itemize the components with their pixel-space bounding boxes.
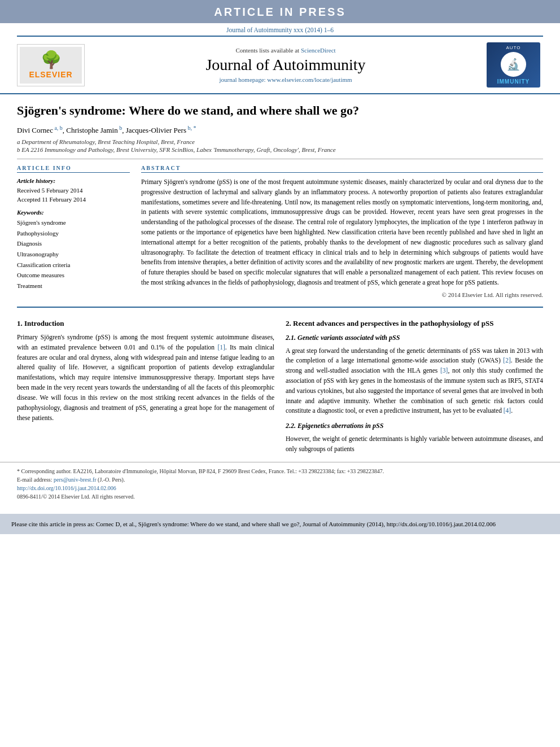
keyword-6: Outcome measures	[17, 270, 130, 281]
homepage-label: journal homepage:	[219, 76, 265, 83]
body-divider	[17, 307, 543, 308]
section1-heading: 1. Introduction	[17, 318, 274, 329]
affiliation-a: a Department of Rheumatology, Brest Teac…	[17, 138, 543, 145]
author-cornec-sup: a, b	[53, 125, 63, 131]
abstract-label: ABSTRACT	[141, 165, 543, 173]
keyword-1: Sjögren's syndrome	[17, 217, 130, 228]
journal-ref: Journal of Autoimmunity xxx (2014) 1–6	[0, 23, 560, 36]
aip-banner-text: ARTICLE IN PRESS	[214, 6, 346, 18]
citation-bar-text: Please cite this article in press as: Co…	[11, 519, 549, 529]
author-pers: Jacques-Olivier Pers	[126, 126, 186, 134]
aip-banner: ARTICLE IN PRESS	[0, 0, 560, 23]
tree-icon: 🌳	[41, 51, 62, 68]
divider-after-affil	[17, 159, 543, 159]
abstract-text: Primary Sjögren's syndrome (pSS) is one …	[141, 177, 543, 288]
section2-sub2-heading: 2.2. Epigenetics aberrations in pSS	[286, 421, 543, 431]
section1-text: Primary Sjögren's syndrome (pSS) is amon…	[17, 333, 274, 423]
author-cornec: Divi Cornec	[17, 126, 53, 134]
info-abstract-container: ARTICLE INFO Article history: Received 5…	[17, 165, 543, 298]
journal-homepage: journal homepage: www.elsevier.com/locat…	[96, 76, 475, 83]
email-address[interactable]: pers@univ-brest.fr	[54, 477, 97, 483]
journal-center: Contents lists available at ScienceDirec…	[85, 47, 487, 83]
contents-text: Contents lists available at	[235, 47, 299, 54]
article-title: Sjögren's syndrome: Where do we stand, a…	[17, 103, 543, 119]
history-label: Article history:	[17, 177, 130, 184]
body-col-left: 1. Introduction Primary Sjögren's syndro…	[17, 313, 274, 459]
section2-sub2-text: However, the weight of genetic determina…	[286, 434, 543, 455]
accepted-date: Accepted 11 February 2014	[17, 195, 130, 204]
page-wrapper: ARTICLE IN PRESS Journal of Autoimmunity…	[0, 0, 560, 747]
abstract-col: ABSTRACT Primary Sjögren's syndrome (pSS…	[141, 165, 543, 298]
ref1: [1]	[217, 344, 225, 351]
keyword-3: Diagnosis	[17, 238, 130, 249]
elsevier-text: ELSEVIER	[29, 70, 72, 79]
journal-ref-text: Journal of Autoimmunity xxx (2014) 1–6	[226, 27, 334, 33]
sciencedirect-name: ScienceDirect	[301, 47, 336, 54]
ref4: [4]	[504, 407, 511, 414]
article-info-label: ARTICLE INFO	[17, 165, 130, 173]
keywords-list: Sjögren's syndrome Pathophysiology Diagn…	[17, 217, 130, 291]
body-two-col: 1. Introduction Primary Sjögren's syndro…	[0, 313, 560, 459]
logo-circle: 🔬	[501, 52, 526, 77]
elsevier-logo: 🌳 ELSEVIER	[17, 44, 85, 86]
keywords-group: Keywords: Sjögren's syndrome Pathophysio…	[17, 209, 130, 291]
section2-heading: 2. Recent advances and perspectives in t…	[286, 318, 543, 329]
section2-sub1-heading: 2.1. Genetic variants associated with pS…	[286, 333, 543, 343]
journal-title-main: Journal of Autoimmunity	[96, 56, 475, 74]
homepage-url: www.elsevier.com/locate/jautimm	[267, 76, 352, 83]
journal-logo-right: AUTO 🔬 IMMUNITY	[487, 42, 543, 88]
keyword-4: Ultrasonography	[17, 249, 130, 260]
footnote-area: * Corresponding author. EA2216, Laborato…	[0, 462, 560, 505]
footnote-email: E-mail address: pers@univ-brest.fr (J.-O…	[17, 475, 543, 484]
doi-link[interactable]: http://dx.doi.org/10.1016/j.jaut.2014.02…	[17, 485, 116, 491]
section2-sub1-text: A great step forward the understanding o…	[286, 346, 543, 417]
copyright-line: © 2014 Elsevier Ltd. All rights reserved…	[141, 291, 543, 298]
immunity-text: IMMUNITY	[497, 78, 530, 85]
author-jamin: Christophe Jamin	[66, 126, 117, 134]
footnote-doi: http://dx.doi.org/10.1016/j.jaut.2014.02…	[17, 484, 543, 492]
author-pers-sup: b, *	[186, 125, 196, 131]
keywords-label: Keywords:	[17, 209, 130, 216]
elsevier-logo-image: 🌳 ELSEVIER	[20, 47, 82, 84]
email-suffix: (J.-O. Pers).	[98, 477, 125, 483]
ref3: [3]	[440, 367, 448, 374]
auto-text: AUTO	[506, 45, 520, 50]
authors-line: Divi Cornec a, b, Christophe Jamin b, Ja…	[17, 125, 543, 135]
history-group: Article history: Received 5 February 201…	[17, 177, 130, 204]
article-info-col: ARTICLE INFO Article history: Received 5…	[17, 165, 130, 298]
keyword-7: Treatment	[17, 281, 130, 291]
citation-bar: Please cite this article in press as: Co…	[0, 514, 560, 535]
received-date: Received 5 February 2014	[17, 186, 130, 195]
journal-header: 🌳 ELSEVIER Contents lists available at S…	[0, 37, 560, 94]
sciencedirect-link: Contents lists available at ScienceDirec…	[96, 47, 475, 54]
body-col-right: 2. Recent advances and perspectives in t…	[286, 313, 543, 459]
email-label: E-mail address:	[17, 477, 52, 483]
keyword-5: Classification criteria	[17, 260, 130, 270]
affiliation-b: b EA 2216 Immunology and Pathology, Bres…	[17, 146, 543, 153]
article-body: Sjögren's syndrome: Where do we stand, a…	[0, 94, 560, 298]
footnote-issn: 0896-8411/© 2014 Elsevier Ltd. All right…	[17, 492, 543, 501]
ref2: [2]	[503, 357, 510, 364]
footnote-corresponding: * Corresponding author. EA2216, Laborato…	[17, 467, 543, 475]
journal-logo-box: AUTO 🔬 IMMUNITY	[487, 42, 540, 88]
keyword-2: Pathophysiology	[17, 228, 130, 239]
